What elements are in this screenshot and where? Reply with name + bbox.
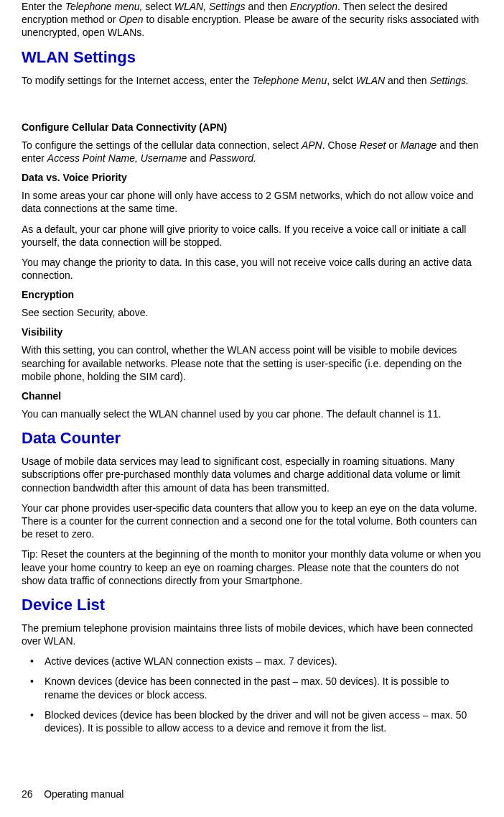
heading-channel: Channel	[22, 390, 482, 402]
list-item: Known devices (device has been connected…	[22, 675, 482, 701]
priority-p2: As a default, your car phone will give p…	[22, 223, 482, 249]
list-item: Active devices (active WLAN connection e…	[22, 655, 482, 668]
text: Enter the	[22, 1, 65, 12]
encryption-p1: See section Security, above.	[22, 306, 482, 319]
text: select	[142, 1, 174, 12]
text: and	[187, 152, 209, 164]
text-italic: Manage	[401, 139, 437, 151]
text: To modify settings for the Internet acce…	[22, 75, 252, 86]
text: To configure the settings of the cellula…	[22, 139, 302, 151]
text-italic: Access Point Name, Username	[47, 152, 187, 164]
text: and then	[246, 1, 290, 12]
text-italic: Telephone Menu	[252, 75, 327, 86]
text: or	[386, 139, 400, 151]
heading-priority: Data vs. Voice Priority	[22, 172, 482, 183]
text-italic: Encryption	[290, 1, 337, 12]
visibility-p1: With this setting, you can control, whet…	[22, 343, 482, 383]
text: , selct	[327, 75, 355, 86]
text-italic: WLAN	[356, 75, 385, 86]
apn-paragraph: To configure the settings of the cellula…	[22, 139, 482, 165]
channel-p1: You can manually select the WLAN channel…	[22, 407, 482, 420]
text: . Chose	[322, 139, 360, 151]
page-container: Enter the Telephone menu, select WLAN, S…	[0, 0, 504, 817]
data-counter-p3: Tip: Reset the counters at the beginning…	[22, 548, 482, 587]
list-item: Blocked devices (device has been blocked…	[22, 708, 482, 734]
text-italic: Password.	[209, 152, 256, 164]
wlan-settings-paragraph: To modify settings for the Internet acce…	[22, 74, 482, 87]
heading-encryption: Encryption	[22, 289, 482, 300]
text-italic: APN	[302, 139, 322, 151]
page-footer: 26 Operating manual	[22, 788, 123, 800]
text-italic: Open	[118, 14, 143, 25]
page-number: 26	[22, 788, 33, 800]
text: and then	[385, 75, 429, 86]
device-list-bullets: Active devices (active WLAN connection e…	[22, 655, 482, 734]
text-italic: Telephone menu,	[65, 1, 143, 12]
priority-p1: In some areas your car phone will only h…	[22, 189, 482, 215]
heading-data-counter: Data Counter	[22, 429, 482, 448]
data-counter-p1: Usage of mobile data services may lead t…	[22, 455, 482, 494]
priority-p3: You may change the priority to data. In …	[22, 256, 482, 282]
device-list-p1: The premium telephone provision maintain…	[22, 622, 482, 647]
heading-device-list: Device List	[22, 596, 482, 614]
text-italic: Settings.	[429, 75, 468, 86]
text-italic: Reset	[360, 139, 386, 151]
vertical-spacer	[22, 94, 482, 114]
text-italic: WLAN, Settings	[174, 1, 246, 12]
intro-paragraph: Enter the Telephone menu, select WLAN, S…	[22, 0, 482, 40]
heading-apn: Configure Cellular Data Connectivity (AP…	[22, 121, 482, 133]
heading-wlan-settings: WLAN Settings	[22, 48, 482, 67]
footer-label: Operating manual	[44, 788, 123, 800]
data-counter-p2: Your car phone provides user-specific da…	[22, 502, 482, 541]
heading-visibility: Visibility	[22, 326, 482, 338]
